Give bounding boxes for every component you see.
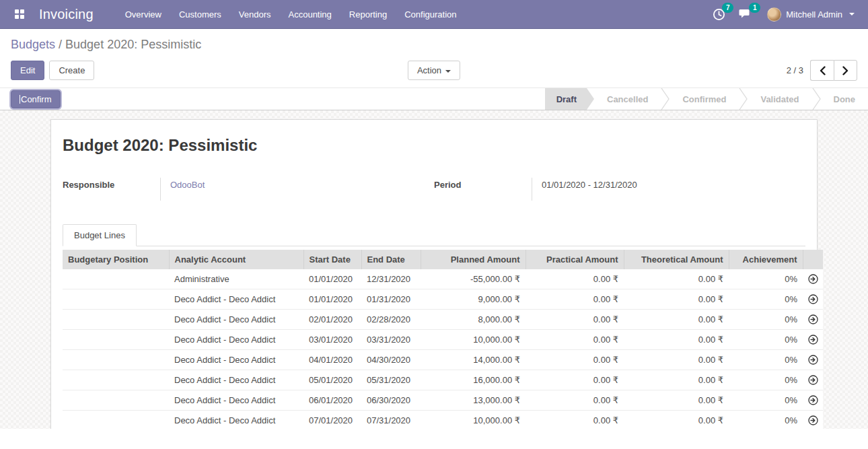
cell-budgetary-position[interactable] (63, 310, 169, 330)
status-step-confirmed[interactable]: Confirmed (670, 88, 739, 110)
cell-start-date[interactable]: 01/01/2020 (303, 269, 361, 289)
cell-end-date[interactable]: 03/31/2020 (361, 330, 421, 350)
cell-planned-amount[interactable]: 9,000.00 ₹ (421, 289, 526, 310)
cell-end-date[interactable]: 06/30/2020 (361, 390, 421, 411)
cell-analytic-account[interactable]: Deco Addict - Deco Addict (169, 411, 303, 429)
cell-practical-amount[interactable]: 0.00 ₹ (526, 269, 624, 289)
cell-start-date[interactable]: 04/01/2020 (303, 350, 361, 370)
cell-achievement[interactable]: 0% (729, 390, 803, 411)
cell-analytic-account[interactable]: Deco Addict - Deco Addict (169, 350, 303, 370)
cell-open-record[interactable] (803, 310, 823, 330)
cell-achievement[interactable]: 0% (729, 310, 803, 330)
table-row[interactable]: Deco Addict - Deco Addict 06/01/2020 06/… (63, 390, 823, 411)
col-practical-amount[interactable]: Practical Amount (526, 250, 624, 269)
breadcrumb-parent-link[interactable]: Budgets (11, 38, 55, 51)
cell-planned-amount[interactable]: -55,000.00 ₹ (421, 269, 526, 289)
cell-planned-amount[interactable]: 16,000.00 ₹ (421, 370, 526, 390)
cell-theoretical-amount[interactable]: 0.00 ₹ (624, 289, 729, 310)
cell-open-record[interactable] (803, 350, 823, 370)
cell-theoretical-amount[interactable]: 0.00 ₹ (624, 390, 729, 411)
table-row[interactable]: Deco Addict - Deco Addict 01/01/2020 01/… (63, 289, 823, 310)
cell-end-date[interactable]: 07/31/2020 (361, 411, 421, 429)
cell-achievement[interactable]: 0% (729, 370, 803, 390)
menu-reporting[interactable]: Reporting (340, 0, 396, 28)
cell-start-date[interactable]: 02/01/2020 (303, 310, 361, 330)
cell-theoretical-amount[interactable]: 0.00 ₹ (624, 411, 729, 429)
cell-end-date[interactable]: 01/31/2020 (361, 289, 421, 310)
cell-practical-amount[interactable]: 0.00 ₹ (526, 390, 624, 411)
table-row[interactable]: Deco Addict - Deco Addict 07/01/2020 07/… (63, 411, 823, 429)
tab-budget-lines[interactable]: Budget Lines (63, 224, 137, 246)
cell-start-date[interactable]: 07/01/2020 (303, 411, 361, 429)
pager-next-button[interactable] (834, 60, 857, 81)
menu-customers[interactable]: Customers (170, 0, 230, 28)
cell-planned-amount[interactable]: 14,000.00 ₹ (421, 350, 526, 370)
cell-theoretical-amount[interactable]: 0.00 ₹ (624, 310, 729, 330)
cell-theoretical-amount[interactable]: 0.00 ₹ (624, 330, 729, 350)
cell-budgetary-position[interactable] (63, 330, 169, 350)
cell-analytic-account[interactable]: Deco Addict - Deco Addict (169, 390, 303, 411)
confirm-button[interactable]: Confirm (11, 90, 61, 108)
app-name[interactable]: Invoicing (39, 7, 94, 22)
menu-accounting[interactable]: Accounting (280, 0, 340, 28)
cell-budgetary-position[interactable] (63, 289, 169, 310)
table-row[interactable]: Deco Addict - Deco Addict 03/01/2020 03/… (63, 330, 823, 350)
col-analytic-account[interactable]: Analytic Account (169, 250, 303, 269)
cell-practical-amount[interactable]: 0.00 ₹ (526, 310, 624, 330)
cell-budgetary-position[interactable] (63, 370, 169, 390)
pager-previous-button[interactable] (810, 60, 834, 81)
col-start-date[interactable]: Start Date (303, 250, 361, 269)
cell-analytic-account[interactable]: Deco Addict - Deco Addict (169, 330, 303, 350)
cell-achievement[interactable]: 0% (729, 350, 803, 370)
cell-open-record[interactable] (803, 390, 823, 411)
col-theoretical-amount[interactable]: Theoretical Amount (624, 250, 729, 269)
cell-start-date[interactable]: 01/01/2020 (303, 289, 361, 310)
edit-button[interactable]: Edit (11, 61, 44, 80)
activities-button[interactable]: 7 (710, 5, 732, 24)
cell-theoretical-amount[interactable]: 0.00 ₹ (624, 269, 729, 289)
cell-practical-amount[interactable]: 0.00 ₹ (526, 350, 624, 370)
table-row[interactable]: Administrative 01/01/2020 12/31/2020 -55… (63, 269, 823, 289)
cell-start-date[interactable]: 03/01/2020 (303, 330, 361, 350)
cell-achievement[interactable]: 0% (729, 330, 803, 350)
cell-start-date[interactable]: 05/01/2020 (303, 370, 361, 390)
status-step-done[interactable]: Done (821, 88, 868, 110)
cell-analytic-account[interactable]: Administrative (169, 269, 303, 289)
col-achievement[interactable]: Achievement (729, 250, 803, 269)
cell-analytic-account[interactable]: Deco Addict - Deco Addict (169, 370, 303, 390)
col-planned-amount[interactable]: Planned Amount (421, 250, 526, 269)
menu-overview[interactable]: Overview (116, 0, 170, 28)
cell-achievement[interactable]: 0% (729, 411, 803, 429)
cell-achievement[interactable]: 0% (729, 289, 803, 310)
cell-achievement[interactable]: 0% (729, 269, 803, 289)
cell-analytic-account[interactable]: Deco Addict - Deco Addict (169, 310, 303, 330)
cell-budgetary-position[interactable] (63, 411, 169, 429)
cell-budgetary-position[interactable] (63, 269, 169, 289)
cell-planned-amount[interactable]: 10,000.00 ₹ (421, 330, 526, 350)
cell-open-record[interactable] (803, 289, 823, 310)
menu-configuration[interactable]: Configuration (396, 0, 465, 28)
cell-planned-amount[interactable]: 8,000.00 ₹ (421, 310, 526, 330)
cell-open-record[interactable] (803, 269, 823, 289)
apps-menu-button[interactable] (9, 4, 30, 24)
cell-end-date[interactable]: 12/31/2020 (361, 269, 421, 289)
cell-start-date[interactable]: 06/01/2020 (303, 390, 361, 411)
col-budgetary-position[interactable]: Budgetary Position (63, 250, 169, 269)
responsible-value-link[interactable]: OdooBot (170, 180, 205, 190)
messages-button[interactable]: 1 (736, 5, 759, 23)
cell-budgetary-position[interactable] (63, 390, 169, 411)
col-end-date[interactable]: End Date (361, 250, 421, 269)
cell-theoretical-amount[interactable]: 0.00 ₹ (624, 370, 729, 390)
cell-practical-amount[interactable]: 0.00 ₹ (526, 289, 624, 310)
table-row[interactable]: Deco Addict - Deco Addict 05/01/2020 05/… (63, 370, 823, 390)
cell-practical-amount[interactable]: 0.00 ₹ (526, 411, 624, 429)
cell-open-record[interactable] (803, 411, 823, 429)
status-step-draft[interactable]: Draft (545, 88, 594, 110)
table-row[interactable]: Deco Addict - Deco Addict 02/01/2020 02/… (63, 310, 823, 330)
create-button[interactable]: Create (49, 61, 94, 80)
cell-budgetary-position[interactable] (63, 350, 169, 370)
menu-vendors[interactable]: Vendors (230, 0, 280, 28)
status-step-cancelled[interactable]: Cancelled (594, 88, 661, 110)
user-menu[interactable]: Mitchell Admin (763, 7, 859, 22)
cell-end-date[interactable]: 04/30/2020 (361, 350, 421, 370)
